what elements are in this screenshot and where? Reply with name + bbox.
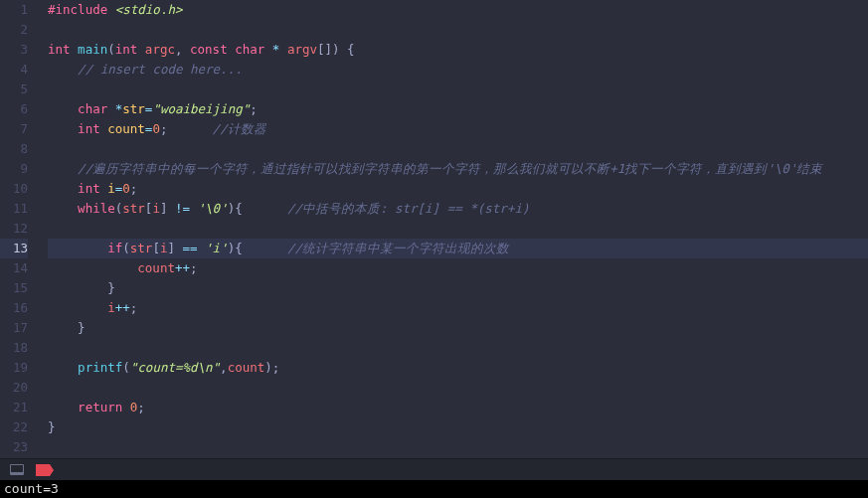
line-number: 23 — [0, 437, 28, 457]
code-line — [48, 378, 868, 398]
code-line — [48, 80, 868, 99]
flag-icon[interactable] — [36, 464, 54, 476]
code-line: int main(int argc, const char * argv[]) … — [48, 40, 868, 60]
console-line: count=3 — [4, 481, 59, 496]
code-line — [48, 219, 868, 239]
line-number: 6 — [0, 99, 28, 119]
code-line — [48, 338, 868, 358]
line-number: 7 — [0, 119, 28, 139]
line-number: 21 — [0, 398, 28, 417]
code-line: char *str="woaibeijing"; — [48, 99, 868, 119]
line-number: 17 — [0, 318, 28, 338]
code-line: } — [48, 318, 868, 338]
panel-icon[interactable] — [10, 464, 24, 475]
line-number: 4 — [0, 60, 28, 80]
line-number: 8 — [0, 139, 28, 159]
code-line: count++; — [48, 258, 868, 278]
line-number: 1 — [0, 0, 28, 20]
line-number: 2 — [0, 20, 28, 40]
code-line: while(str[i] != '\0'){ //中括号的本质: str[i] … — [48, 199, 868, 219]
line-number: 16 — [0, 298, 28, 318]
code-line: int i=0; — [48, 179, 868, 199]
line-number: 9 — [0, 159, 28, 179]
line-number: 18 — [0, 338, 28, 358]
code-line: // insert code here... — [48, 60, 868, 80]
code-line — [48, 139, 868, 159]
line-number: 14 — [0, 258, 28, 278]
line-number: 11 — [0, 199, 28, 219]
line-number: 3 — [0, 40, 28, 60]
line-number: 15 — [0, 278, 28, 298]
code-line: #include <stdio.h> — [48, 0, 868, 20]
code-editor[interactable]: 1 2 3 4 5 6 7 8 9 10 11 12 13 14 15 16 1… — [0, 0, 868, 458]
line-number: 13 — [0, 239, 28, 258]
code-line: } — [48, 278, 868, 298]
line-number: 22 — [0, 417, 28, 437]
line-number: 5 — [0, 80, 28, 99]
code-line: i++; — [48, 298, 868, 318]
code-line: //遍历字符串中的每一个字符，通过指针可以找到字符串的第一个字符，那么我们就可以… — [48, 159, 868, 179]
code-line-current: if(str[i] == 'i'){ //统计字符串中某一个字符出现的次数 — [48, 239, 868, 258]
line-number: 19 — [0, 358, 28, 378]
line-number: 20 — [0, 378, 28, 398]
code-content[interactable]: #include <stdio.h> int main(int argc, co… — [40, 0, 868, 458]
line-number: 10 — [0, 179, 28, 199]
code-line: } — [48, 417, 868, 437]
console-output: count=3 — [0, 480, 868, 498]
code-line — [48, 437, 868, 457]
code-line — [48, 20, 868, 40]
code-line: printf("count=%d\n",count); — [48, 358, 868, 378]
code-line: return 0; — [48, 398, 868, 417]
line-number-gutter: 1 2 3 4 5 6 7 8 9 10 11 12 13 14 15 16 1… — [0, 0, 40, 458]
status-bar — [0, 458, 868, 480]
line-number: 12 — [0, 219, 28, 239]
code-line: int count=0; //计数器 — [48, 119, 868, 139]
